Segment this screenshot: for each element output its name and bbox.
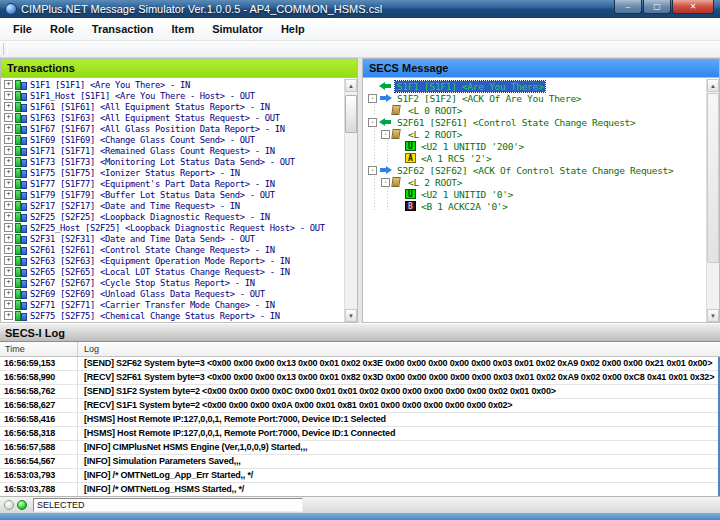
transaction-row[interactable]: +S2F65 [S2F65] <Local LOT Status Change … xyxy=(1,266,344,277)
message-node[interactable]: A<A 1 RCS '2'> xyxy=(368,152,706,164)
scroll-down-icon[interactable]: ▼ xyxy=(707,309,719,322)
expand-icon[interactable]: + xyxy=(4,223,13,232)
message-node[interactable]: -S1F2 [S1F2] <ACK Of Are You There> xyxy=(368,92,706,104)
transaction-row[interactable]: +S1F67 [S1F67] <All Glass Position Data … xyxy=(1,123,344,134)
log-row[interactable]: 16:53:03,793[INFO] /* OMTNetLog_App_Err … xyxy=(0,469,718,483)
panel-area: Transactions +S1F1 [S1F1] <Are You There… xyxy=(0,58,720,323)
menu-item-item[interactable]: Item xyxy=(163,20,204,38)
transactions-scrollbar[interactable]: ▲ ▼ xyxy=(344,79,357,322)
log-row[interactable]: 16:56:57,588[INFO] CIMPlusNet HSMS Engin… xyxy=(0,441,718,455)
expand-icon[interactable]: + xyxy=(4,135,13,144)
log-row[interactable]: 16:53:03,788[INFO] /* OMTNetLog_HSMS Sta… xyxy=(0,483,718,496)
log-row[interactable]: 16:56:54,567[INFO] Simulation Parameters… xyxy=(0,455,718,469)
menu-item-role[interactable]: Role xyxy=(41,20,83,38)
log-row[interactable]: 16:56:58,627[RECV] S1F1 System byte=2 <0… xyxy=(0,399,718,413)
transaction-row[interactable]: +S2F67 [S2F67] <Cycle Stop Status Report… xyxy=(1,277,344,288)
log-column-log[interactable]: Log xyxy=(78,342,720,356)
minimize-button[interactable]: – xyxy=(614,0,642,14)
expand-icon[interactable]: + xyxy=(4,190,13,199)
menu-item-help[interactable]: Help xyxy=(272,20,314,38)
transaction-row[interactable]: +S1F79 [S1F79] <Buffer Lot Status Data S… xyxy=(1,189,344,200)
transaction-row[interactable]: +S1F69 [S1F69] <Change Glass Count Send>… xyxy=(1,134,344,145)
message-node[interactable]: -S2F62 [S2F62] <ACK Of Control State Cha… xyxy=(368,164,706,176)
expand-icon[interactable]: + xyxy=(4,91,13,100)
transaction-icon xyxy=(15,300,27,310)
transaction-row[interactable]: +S1F1 [S1F1] <Are You There> - IN xyxy=(1,79,344,90)
transaction-row[interactable]: +S2F69 [S2F69] <Unload Glass Data Reques… xyxy=(1,288,344,299)
transaction-icon xyxy=(15,135,27,145)
transaction-icon xyxy=(15,179,27,189)
expand-icon[interactable]: + xyxy=(4,300,13,309)
menu-item-simulator[interactable]: Simulator xyxy=(203,20,272,38)
scroll-up-icon[interactable]: ▲ xyxy=(345,79,357,92)
transaction-row[interactable]: +S2F71 [S2F71] <Carrier Transfer Mode Ch… xyxy=(1,299,344,310)
expand-icon[interactable]: + xyxy=(4,201,13,210)
scrollbar-thumb[interactable] xyxy=(707,93,719,263)
transaction-row[interactable]: +S2F31 [S2F31] <Date and Time Data Send>… xyxy=(1,233,344,244)
message-node[interactable]: B<B 1 ACKC2A '0'> xyxy=(368,200,706,212)
message-node[interactable]: -S2F61 [S2F61] <Control State Change Req… xyxy=(368,116,706,128)
transaction-row[interactable]: +S2F25_Host [S2F25] <Loopback Diagnostic… xyxy=(1,222,344,233)
collapse-icon[interactable]: - xyxy=(381,130,390,139)
log-row[interactable]: 16:56:59,153[SEND] S2F62 System byte=3 <… xyxy=(0,357,718,371)
transaction-label: S1F1_Host [S1F1] <Are You There - Host> … xyxy=(30,91,255,101)
secs-message-panel-header: SECS Message xyxy=(362,58,720,78)
expand-icon[interactable]: + xyxy=(4,179,13,188)
expand-icon[interactable]: + xyxy=(4,124,13,133)
log-row[interactable]: 16:56:58,416[HSMS] Host Remote IP:127,0,… xyxy=(0,413,718,427)
expand-icon[interactable]: + xyxy=(4,267,13,276)
expand-icon[interactable]: + xyxy=(4,80,13,89)
transaction-row[interactable]: +S2F25 [S2F25] <Loopback Diagnostic Requ… xyxy=(1,211,344,222)
transaction-row[interactable]: +S2F63 [S2F63] <Equipment Operation Mode… xyxy=(1,255,344,266)
log-message-cell: [INFO] /* OMTNetLog_HSMS Started,, */ xyxy=(78,483,718,496)
log-row[interactable]: 16:56:58,318[HSMS] Host Remote IP:127,0,… xyxy=(0,427,718,441)
transaction-row[interactable]: +S1F63 [S1F63] <All Equipment Status Req… xyxy=(1,112,344,123)
log-time-cell: 16:56:59,153 xyxy=(0,357,78,370)
expand-icon[interactable]: + xyxy=(4,212,13,221)
collapse-icon[interactable]: - xyxy=(381,178,390,187)
transaction-row[interactable]: +S1F73 [S1F73] <Monitoring Lot Status Da… xyxy=(1,156,344,167)
log-row[interactable]: 16:56:58,762[SEND] S1F2 System byte=2 <0… xyxy=(0,385,718,399)
maximize-button[interactable]: ▢ xyxy=(643,0,671,14)
menu-item-transaction[interactable]: Transaction xyxy=(83,20,163,38)
log-row[interactable]: 16:56:58,990[RECV] S2F61 System byte=3 <… xyxy=(0,371,718,385)
tree-guide xyxy=(394,154,403,163)
message-node[interactable]: U<U2 1 UNITID '200'> xyxy=(368,140,706,152)
log-column-time[interactable]: Time xyxy=(0,342,78,356)
transaction-row[interactable]: +S2F17 [S2F17] <Date and Time Request> -… xyxy=(1,200,344,211)
transaction-row[interactable]: +S1F61 [S1F61] <All Equipment Status Rep… xyxy=(1,101,344,112)
expand-icon[interactable]: + xyxy=(4,113,13,122)
transaction-row[interactable]: +S1F71 [S1F71] <Remained Glass Count Req… xyxy=(1,145,344,156)
expand-icon[interactable]: + xyxy=(4,245,13,254)
expand-icon[interactable]: + xyxy=(4,168,13,177)
message-node[interactable]: -<L 2 ROOT> xyxy=(368,176,706,188)
transaction-row[interactable]: +S1F75 [S1F75] <Ionizer Status Report> -… xyxy=(1,167,344,178)
menu-item-file[interactable]: File xyxy=(4,20,41,38)
expand-icon[interactable]: + xyxy=(4,311,13,320)
transaction-row[interactable]: +S1F77 [S1F77] <Equipment's Part Data Re… xyxy=(1,178,344,189)
scroll-up-icon[interactable]: ▲ xyxy=(707,79,719,92)
message-node[interactable]: -<L 2 ROOT> xyxy=(368,128,706,140)
message-node[interactable]: U<U2 1 UNITID '0'> xyxy=(368,188,706,200)
message-node[interactable]: <L 0 ROOT> xyxy=(368,104,706,116)
message-label: S1F2 [S1F2] <ACK Of Are You There> xyxy=(395,93,583,104)
scroll-down-icon[interactable]: ▼ xyxy=(345,309,357,322)
collapse-icon[interactable]: - xyxy=(368,166,377,175)
expand-icon[interactable]: + xyxy=(4,256,13,265)
expand-icon[interactable]: + xyxy=(4,289,13,298)
secs-message-scrollbar[interactable]: ▲ ▼ xyxy=(706,79,719,322)
message-node[interactable]: S1F1 [S1F1] <Are You There> xyxy=(368,80,706,92)
expand-icon[interactable]: + xyxy=(4,278,13,287)
transaction-row[interactable]: +S1F1_Host [S1F1] <Are You There - Host>… xyxy=(1,90,344,101)
expand-icon[interactable]: + xyxy=(4,157,13,166)
expand-icon[interactable]: + xyxy=(4,234,13,243)
collapse-icon[interactable]: - xyxy=(368,94,377,103)
transaction-row[interactable]: +S2F61 [S2F61] <Control State Change Req… xyxy=(1,244,344,255)
log-message-cell: [INFO] Simulation Parameters Saved,,, xyxy=(78,455,718,468)
collapse-icon[interactable]: - xyxy=(368,118,377,127)
expand-icon[interactable]: + xyxy=(4,102,13,111)
transaction-row[interactable]: +S2F75 [S2F75] <Chemical Change Status R… xyxy=(1,310,344,321)
close-button[interactable]: ✕ xyxy=(672,0,714,14)
scrollbar-thumb[interactable] xyxy=(345,95,357,133)
expand-icon[interactable]: + xyxy=(4,146,13,155)
